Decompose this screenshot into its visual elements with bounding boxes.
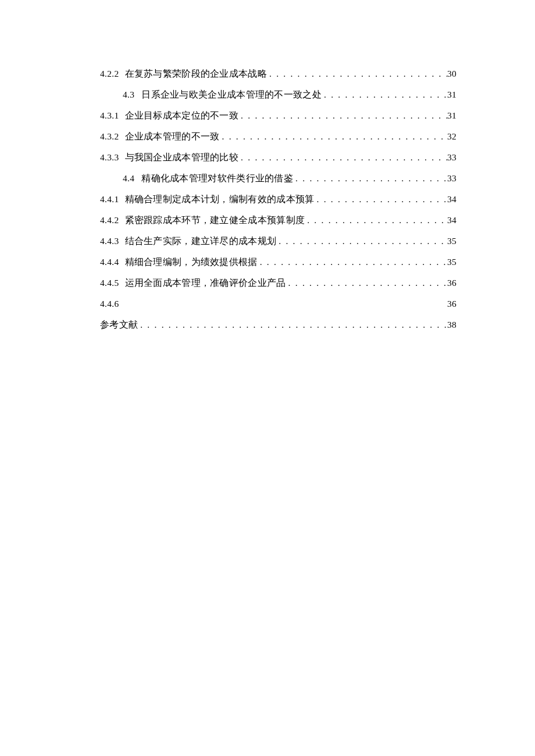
toc-entry-page: 33 bbox=[447, 151, 456, 165]
table-of-contents: 4.2.2在复苏与繁荣阶段的企业成本战略304.3日系企业与欧美企业成本管理的不… bbox=[100, 67, 456, 332]
toc-entry-number: 4.4 bbox=[123, 171, 134, 186]
toc-entry: 4.4精确化成本管理对软件类行业的借鉴33 bbox=[100, 171, 456, 186]
toc-entry-number: 4.3.3 bbox=[100, 151, 119, 165]
toc-entry-page: 35 bbox=[447, 255, 456, 270]
toc-entry-number: 4.3 bbox=[123, 88, 134, 102]
toc-leader-dots bbox=[258, 255, 447, 270]
toc-entry-page: 30 bbox=[447, 67, 456, 81]
toc-entry-page: 33 bbox=[447, 171, 456, 186]
toc-entry: 4.3.3与我国企业成本管理的比较33 bbox=[100, 151, 456, 165]
toc-entry-title: 在复苏与繁荣阶段的企业成本战略 bbox=[125, 67, 268, 81]
toc-entry: 参考文献38 bbox=[100, 318, 456, 332]
toc-leader-dots bbox=[322, 88, 447, 102]
toc-entry-number: 4.4.1 bbox=[100, 192, 119, 207]
toc-entry: 4.3日系企业与欧美企业成本管理的不一致之处31 bbox=[100, 88, 456, 102]
toc-entry-title: 运用全面成本管理，准确评价企业产品 bbox=[125, 276, 286, 291]
toc-entry: 4.3.2企业成本管理的不一致32 bbox=[100, 130, 456, 144]
toc-leader-dots bbox=[305, 213, 447, 228]
toc-entry: 4.4.2紧密跟踪成本环节，建立健全成本预算制度34 bbox=[100, 213, 456, 228]
toc-entry-number: 4.4.2 bbox=[100, 213, 119, 228]
toc-entry-page: 32 bbox=[447, 130, 456, 144]
toc-entry-number: 4.4.3 bbox=[100, 234, 119, 249]
toc-entry-title: 结合生产实际，建立详尽的成本规划 bbox=[125, 234, 277, 249]
toc-entry-title: 精确合理制定成本计划，编制有效的成本预算 bbox=[125, 192, 315, 207]
toc-entry: 4.3.1企业目标成本定位的不一致31 bbox=[100, 109, 456, 123]
toc-entry-page: 34 bbox=[447, 192, 456, 207]
toc-entry: 4.2.2在复苏与繁荣阶段的企业成本战略30 bbox=[100, 67, 456, 81]
toc-entry: 4.4.1精确合理制定成本计划，编制有效的成本预算34 bbox=[100, 192, 456, 207]
toc-entry-page: 35 bbox=[447, 234, 456, 249]
toc-entry-page: 31 bbox=[447, 109, 456, 123]
toc-entry: 4.4.636 bbox=[100, 297, 456, 311]
toc-leader-dots bbox=[286, 276, 447, 291]
toc-entry-title: 参考文献 bbox=[100, 318, 138, 332]
toc-entry-title: 精细合理编制，为绩效提供根据 bbox=[125, 255, 258, 270]
toc-leader-dots bbox=[238, 109, 447, 123]
toc-entry-page: 31 bbox=[447, 88, 456, 102]
toc-entry-number: 4.2.2 bbox=[100, 67, 119, 81]
toc-entry-title: 企业成本管理的不一致 bbox=[125, 130, 220, 144]
toc-leader-dots bbox=[293, 171, 447, 186]
toc-entry: 4.4.4精细合理编制，为绩效提供根据35 bbox=[100, 255, 456, 270]
toc-leader-dots bbox=[267, 67, 447, 81]
toc-entry-number: 4.4.5 bbox=[100, 276, 119, 291]
toc-entry-number: 4.3.1 bbox=[100, 109, 119, 123]
toc-entry: 4.4.5运用全面成本管理，准确评价企业产品36 bbox=[100, 276, 456, 291]
toc-entry-page: 34 bbox=[447, 213, 456, 228]
toc-entry-number: 4.4.6 bbox=[100, 297, 119, 311]
toc-entry: 4.4.3结合生产实际，建立详尽的成本规划35 bbox=[100, 234, 456, 249]
toc-entry-page: 36 bbox=[447, 276, 456, 291]
toc-entry-title: 与我国企业成本管理的比较 bbox=[125, 151, 239, 165]
toc-entry-title: 企业目标成本定位的不一致 bbox=[125, 109, 239, 123]
toc-leader-dots bbox=[220, 130, 447, 144]
toc-leader-dots bbox=[276, 234, 447, 249]
toc-entry-number: 4.3.2 bbox=[100, 130, 119, 144]
toc-entry-number: 4.4.4 bbox=[100, 255, 119, 270]
toc-entry-page: 38 bbox=[447, 318, 456, 332]
toc-entry-title: 精确化成本管理对软件类行业的借鉴 bbox=[141, 171, 293, 186]
toc-leader-dots bbox=[138, 318, 447, 332]
toc-entry-title: 日系企业与欧美企业成本管理的不一致之处 bbox=[141, 88, 322, 102]
toc-leader-dots bbox=[238, 151, 447, 165]
toc-entry-page: 36 bbox=[447, 297, 456, 311]
toc-leader-dots bbox=[315, 192, 447, 207]
toc-entry-title: 紧密跟踪成本环节，建立健全成本预算制度 bbox=[125, 213, 305, 228]
